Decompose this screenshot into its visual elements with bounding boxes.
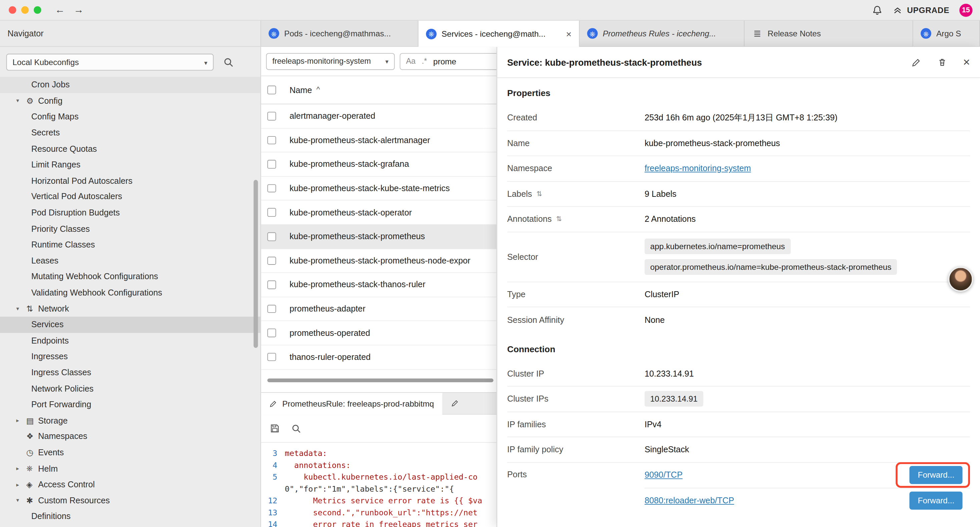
back-button[interactable]: ← xyxy=(55,5,65,15)
sidebar-item-network-policies[interactable]: Network Policies xyxy=(0,381,261,396)
tab-pods[interactable]: Pods - icecheng@mathmas... xyxy=(261,21,418,46)
row-checkbox[interactable] xyxy=(267,112,275,120)
editor-tab[interactable]: PrometheusRule: freeleaps-prod-rabbitmq xyxy=(261,393,442,415)
cluster-ips-badge: 10.233.14.91 xyxy=(644,391,703,407)
tree-chevron-icon[interactable]: ▾ xyxy=(16,497,26,504)
tree-chevron-icon[interactable]: ▸ xyxy=(16,481,26,488)
row-checkbox[interactable] xyxy=(267,280,275,289)
sidebar-item-network[interactable]: ▾ ⇅ Network xyxy=(0,301,261,317)
save-icon[interactable] xyxy=(270,423,280,433)
tab-services[interactable]: Services - icecheng@math... xyxy=(418,21,580,47)
row-checkbox[interactable] xyxy=(267,256,275,265)
zoom-window-button[interactable] xyxy=(34,6,41,14)
type-value: ClusterIP xyxy=(644,290,679,299)
upgrade-button[interactable]: UPGRADE xyxy=(892,5,949,15)
namespace-link[interactable]: freeleaps-monitoring-system xyxy=(644,164,751,173)
row-checkbox[interactable] xyxy=(267,208,275,217)
table-row[interactable]: kube-prometheus-stack-prometheus xyxy=(261,225,497,249)
table-row[interactable]: kube-prometheus-stack-thanos-ruler xyxy=(261,273,497,297)
sidebar-item-limit-ranges[interactable]: Limit Ranges xyxy=(0,157,261,173)
expand-labels-icon[interactable] xyxy=(536,190,542,198)
namespace-selector[interactable]: freeleaps-monitoring-system xyxy=(266,53,395,70)
edit-icon[interactable] xyxy=(911,57,921,67)
delete-icon[interactable] xyxy=(937,57,947,67)
tab-argo[interactable]: Argo S xyxy=(913,21,980,46)
sidebar-item-leases[interactable]: Leases xyxy=(0,253,261,269)
sidebar-item-secrets[interactable]: Secrets xyxy=(0,125,261,141)
sidebar-item-helm[interactable]: ▸ ⎈ Helm xyxy=(0,461,261,477)
table-row[interactable]: prometheus-operated xyxy=(261,321,497,345)
sidebar-item-config-maps[interactable]: Config Maps xyxy=(0,109,261,125)
sidebar-search-icon[interactable] xyxy=(218,53,237,71)
yaml-editor[interactable]: 3 metadata: 4 annotations: 5 kubectl.kub… xyxy=(261,443,497,527)
regex-toggle[interactable]: .* xyxy=(422,57,427,65)
horizontal-scrollbar[interactable] xyxy=(267,378,493,382)
tree-chevron-icon[interactable]: ▸ xyxy=(16,465,26,471)
avatar[interactable] xyxy=(948,267,973,292)
tab-release-notes[interactable]: Release Notes xyxy=(745,21,913,46)
sidebar-item-port-forwarding[interactable]: Port Forwarding xyxy=(0,396,261,412)
expand-annotations-icon[interactable] xyxy=(556,215,562,223)
sidebar-item-runtime-classes[interactable]: Runtime Classes xyxy=(0,237,261,253)
row-checkbox[interactable] xyxy=(267,353,275,361)
sidebar-item-storage[interactable]: ▸ ▤ Storage xyxy=(0,412,261,428)
tree-chevron-icon[interactable]: ▾ xyxy=(16,306,26,312)
sidebar-item-config[interactable]: ▾ ⚙ Config xyxy=(0,93,261,109)
sidebar-item-horizontal-pod-autoscalers[interactable]: Horizontal Pod Autoscalers xyxy=(0,173,261,189)
sidebar-item-access-control[interactable]: ▸ ◈ Access Control xyxy=(0,476,261,492)
sidebar-item-endpoints[interactable]: Endpoints xyxy=(0,333,261,349)
row-checkbox[interactable] xyxy=(267,136,275,145)
table-row[interactable]: kube-prometheus-stack-kube-state-metrics xyxy=(261,177,497,201)
sidebar-item-cron-jobs[interactable]: Cron Jobs xyxy=(0,77,261,93)
table-row[interactable]: kube-prometheus-stack-operator xyxy=(261,201,497,225)
select-all-checkbox[interactable] xyxy=(267,86,275,94)
row-checkbox[interactable] xyxy=(267,160,275,169)
sidebar-scrollbar[interactable] xyxy=(253,180,258,348)
notifications-bell-icon[interactable] xyxy=(872,5,883,15)
close-icon[interactable] xyxy=(963,56,970,68)
sidebar-item-validating-webhook-configurations[interactable]: Validating Webhook Configurations xyxy=(0,285,261,301)
sidebar-item-namespaces[interactable]: ❖ Namespaces xyxy=(0,428,261,444)
tree-chevron-icon[interactable]: ▾ xyxy=(16,98,26,104)
kubeconfig-selector[interactable]: Local Kubeconfigs xyxy=(6,53,214,70)
table-row[interactable]: alertmanager-operated xyxy=(261,104,497,128)
row-checkbox[interactable] xyxy=(267,184,275,193)
navigator-header: Navigator xyxy=(0,21,261,46)
table-row[interactable]: kube-prometheus-stack-prometheus-node-ex… xyxy=(261,249,497,273)
tab-prometheus-rules[interactable]: Prometheus Rules - icecheng... xyxy=(580,21,745,46)
name-column-header[interactable]: Name xyxy=(290,85,312,95)
editor-tab-partial[interactable] xyxy=(442,393,467,414)
sidebar-item-custom-resources[interactable]: ▾ ✱ Custom Resources xyxy=(0,492,261,508)
sidebar-item-events[interactable]: ◷ Events xyxy=(0,444,261,461)
forward-button[interactable]: Forward... xyxy=(910,466,963,484)
row-checkbox[interactable] xyxy=(267,232,275,241)
sidebar-item-mutating-webhook-configurations[interactable]: Mutating Webhook Configurations xyxy=(0,269,261,285)
port-link[interactable]: 9090/TCP xyxy=(644,470,682,480)
sidebar-item-resource-quotas[interactable]: Resource Quotas xyxy=(0,141,261,157)
row-checkbox[interactable] xyxy=(267,329,275,337)
forward-button[interactable]: Forward... xyxy=(910,491,963,509)
table-row[interactable]: kube-prometheus-stack-grafana xyxy=(261,153,497,177)
editor-search-icon[interactable] xyxy=(291,423,301,433)
sidebar-item-services[interactable]: Services xyxy=(0,317,261,333)
match-case-toggle[interactable]: Aa xyxy=(406,57,415,65)
tree-chevron-icon[interactable]: ▸ xyxy=(16,417,26,424)
sidebar-item-definitions[interactable]: Definitions xyxy=(0,508,261,524)
table-row[interactable]: thanos-ruler-operated xyxy=(261,345,497,369)
forward-button[interactable]: → xyxy=(74,5,84,15)
sidebar-item-vertical-pod-autoscalers[interactable]: Vertical Pod Autoscalers xyxy=(0,189,261,205)
row-checkbox[interactable] xyxy=(267,304,275,313)
notification-badge[interactable]: 15 xyxy=(959,3,972,16)
close-window-button[interactable] xyxy=(9,6,16,14)
table-row[interactable]: prometheus-adapter xyxy=(261,297,497,321)
sidebar-item-pod-disruption-budgets[interactable]: Pod Disruption Budgets xyxy=(0,205,261,221)
minimize-window-button[interactable] xyxy=(21,6,29,14)
table-row[interactable]: kube-prometheus-stack-alertmanager xyxy=(261,128,497,153)
sidebar-item-priority-classes[interactable]: Priority Classes xyxy=(0,221,261,237)
close-tab-icon[interactable] xyxy=(566,29,571,39)
search-input[interactable]: Aa .* prome xyxy=(399,53,496,70)
port-link[interactable]: 8080:reloader-web/TCP xyxy=(644,496,734,505)
sort-ascending-icon[interactable] xyxy=(316,85,320,94)
sidebar-item-ingress-classes[interactable]: Ingress Classes xyxy=(0,365,261,381)
sidebar-item-ingresses[interactable]: Ingresses xyxy=(0,349,261,365)
